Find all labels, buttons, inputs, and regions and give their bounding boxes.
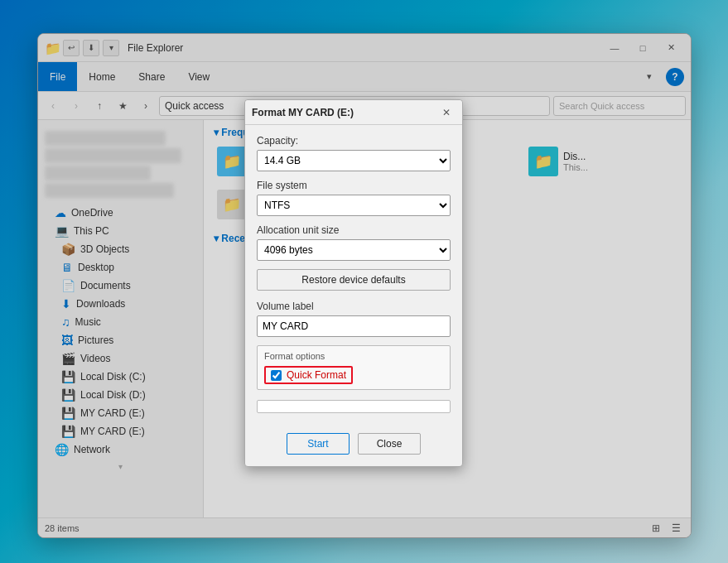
- dialog-title-bar: Format MY CARD (E:) ✕: [245, 100, 462, 125]
- progress-bar: [257, 400, 451, 413]
- format-options-box: Format options Quick Format: [257, 345, 451, 390]
- quick-format-highlight: Quick Format: [264, 366, 353, 384]
- dialog-body: Capacity: 14.4 GB File system NTFS Alloc…: [245, 125, 462, 433]
- capacity-select[interactable]: 14.4 GB: [257, 150, 451, 171]
- dialog-close-icon-button[interactable]: ✕: [437, 103, 456, 122]
- vol-label-input[interactable]: [257, 315, 451, 337]
- dialog-close-button[interactable]: Close: [358, 433, 421, 455]
- filesystem-select[interactable]: NTFS: [257, 195, 451, 216]
- start-button[interactable]: Start: [287, 433, 350, 455]
- filesystem-label: File system: [257, 180, 451, 191]
- quick-format-checkbox[interactable]: [271, 370, 282, 381]
- vol-label: Volume label: [257, 301, 451, 312]
- format-options-label: Format options: [264, 351, 443, 361]
- capacity-label: Capacity:: [257, 135, 451, 147]
- quick-format-row: Quick Format: [264, 366, 443, 384]
- dialog-title: Format MY CARD (E:): [252, 107, 437, 118]
- restore-defaults-button[interactable]: Restore device defaults: [257, 269, 451, 291]
- alloc-select[interactable]: 4096 bytes: [257, 239, 451, 261]
- alloc-label: Allocation unit size: [257, 224, 451, 236]
- dialog-footer: Start Close: [245, 433, 462, 466]
- format-dialog: Format MY CARD (E:) ✕ Capacity: 14.4 GB …: [244, 99, 463, 467]
- quick-format-label[interactable]: Quick Format: [287, 369, 346, 381]
